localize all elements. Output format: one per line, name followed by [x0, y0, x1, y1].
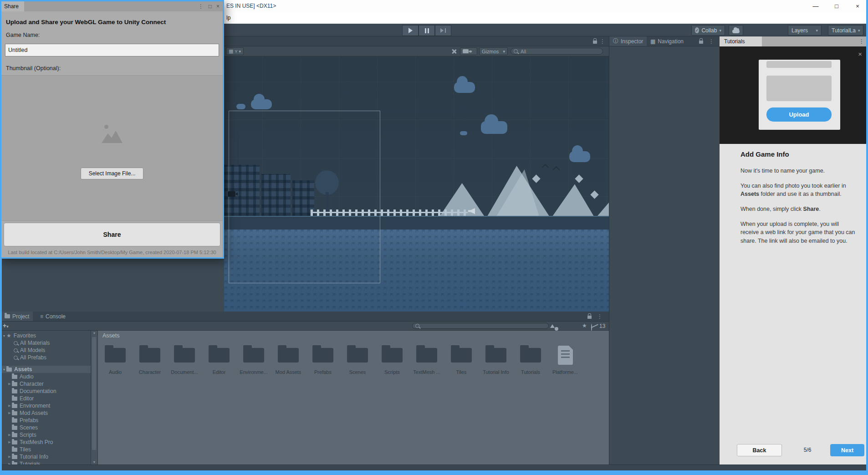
asset-label: Environme... [240, 369, 268, 375]
tab-tutorials[interactable]: Tutorials [720, 36, 762, 46]
asset-item[interactable]: Document... [167, 342, 202, 375]
menu-item-help-partial[interactable]: lp [226, 15, 230, 21]
expand-arrow-icon[interactable]: ▶ [7, 382, 12, 386]
window-maximize-button[interactable]: □ [826, 0, 847, 12]
tree-item[interactable]: ▶ Documentation [0, 388, 91, 395]
scroll-down-icon[interactable]: ▼ [91, 460, 97, 464]
cloud-sprite [569, 151, 590, 162]
window-close-button[interactable]: × [847, 0, 868, 12]
favorites-item[interactable]: All Materials [0, 339, 91, 347]
asset-item[interactable]: Tutorials [513, 342, 548, 375]
share-dialog-tab[interactable]: Share [1, 1, 24, 11]
component-tools-button[interactable] [449, 47, 459, 55]
lock-icon[interactable] [699, 41, 703, 44]
tab-inspector[interactable]: ⓘ Inspector [609, 36, 647, 46]
hidden-count-eye-icon[interactable] [591, 324, 592, 331]
assets-root-row[interactable]: ▼ Assets [0, 366, 91, 373]
layout-dropdown[interactable]: TutorialLa ▾ [828, 25, 863, 36]
tree-item[interactable]: ▶ Scripts [0, 431, 91, 439]
asset-item[interactable]: Editor [202, 342, 236, 375]
scroll-up-icon[interactable]: ▼ [91, 332, 97, 335]
asset-item[interactable]: Audio [98, 342, 133, 375]
select-image-button[interactable]: Select Image File... [81, 168, 143, 179]
tab-console[interactable]: ≡ Console [36, 312, 69, 321]
favorites-header[interactable]: ▼ ★ Favorites [0, 332, 91, 339]
expand-arrow-icon[interactable]: ▼ [2, 334, 6, 337]
asset-item[interactable]: Tiles [444, 342, 479, 375]
folder-icon [12, 455, 17, 459]
tree-item[interactable]: ▶ Prefabs [0, 417, 91, 424]
asset-item[interactable]: Prefabs [306, 342, 340, 375]
pause-button[interactable] [419, 25, 435, 36]
expand-arrow-icon[interactable]: ▼ [2, 368, 6, 371]
asset-item[interactable]: Environme... [236, 342, 271, 375]
expand-arrow-icon[interactable]: ▶ [7, 440, 12, 444]
close-icon[interactable]: × [858, 50, 862, 58]
kebab-menu-icon[interactable]: ⋮ [198, 3, 204, 10]
expand-arrow-icon[interactable]: ▶ [7, 433, 12, 437]
gizmos-dropdown[interactable]: Gizmos ▾ [479, 47, 508, 55]
scene-camera-dropdown[interactable]: ▾ [460, 47, 477, 55]
lock-icon[interactable] [587, 316, 592, 319]
game-name-input[interactable] [5, 44, 219, 56]
cloud-button[interactable] [729, 25, 743, 36]
tree-item[interactable]: ▶ Tutorials [0, 460, 91, 465]
tab-navigation[interactable]: ▦ Navigation [647, 36, 687, 46]
grid-visibility-dropdown[interactable]: ▦ Y ▾ [226, 47, 244, 55]
kebab-menu-icon[interactable]: ⋮ [600, 38, 605, 45]
tree-item[interactable]: ▶ Editor [0, 395, 91, 402]
asset-item[interactable]: Character [133, 342, 167, 375]
expand-arrow-icon[interactable]: ▶ [7, 404, 12, 408]
favorites-star-icon[interactable]: ★ [582, 322, 587, 329]
share-button[interactable]: Share [4, 223, 220, 246]
tree-item[interactable]: ▶ Mod Assets [0, 409, 91, 417]
maximize-icon[interactable]: □ [209, 3, 212, 10]
folder-icon [451, 348, 472, 363]
project-search-field[interactable] [412, 323, 549, 329]
favorites-list: All Materials All Models All Prefabs [0, 339, 91, 361]
favorites-item[interactable]: All Models [0, 347, 91, 354]
scene-search-field[interactable] [511, 48, 603, 55]
lock-icon[interactable] [593, 41, 597, 44]
add-asset-button[interactable]: +▾ [3, 322, 9, 329]
tree-item[interactable]: ▶ Tiles [0, 446, 91, 453]
tree-item[interactable]: ▶ Audio [0, 373, 91, 380]
asset-item[interactable]: Tutorial Info [479, 342, 513, 375]
next-button[interactable]: Next [830, 444, 864, 456]
tree-scrollbar[interactable]: ▼ ▼ [91, 331, 97, 465]
tree-item[interactable]: ▶ Environment [0, 402, 91, 409]
tree-item[interactable]: ▶ Scenes [0, 424, 91, 431]
asset-item[interactable]: Scenes [340, 342, 375, 375]
tab-project[interactable]: Project [1, 312, 33, 321]
favorites-item[interactable]: All Prefabs [0, 354, 91, 361]
asset-item[interactable]: Platforme... [548, 342, 582, 375]
kebab-menu-icon[interactable]: ⋮ [597, 313, 602, 320]
expand-arrow-icon[interactable]: ▶ [7, 411, 12, 415]
collab-dropdown[interactable]: ✓ Collab ▾ [691, 25, 725, 36]
scene-viewport[interactable] [224, 56, 609, 312]
folder-icon [312, 348, 333, 363]
folder-icon [382, 348, 403, 363]
scrollbar-thumb[interactable] [92, 337, 96, 450]
step-button[interactable] [435, 25, 451, 36]
project-search-input[interactable] [421, 323, 546, 329]
tree-item[interactable]: ▶ TextMesh Pro [0, 439, 91, 446]
back-button[interactable]: Back [737, 444, 782, 456]
layers-dropdown[interactable]: Layers ▾ [788, 25, 822, 36]
play-button[interactable] [402, 25, 419, 36]
window-minimize-button[interactable]: — [805, 0, 826, 12]
close-icon[interactable]: × [216, 3, 220, 10]
tutorial-illustration-card: Upload [759, 60, 840, 130]
kebab-menu-icon[interactable]: ⋮ [859, 38, 864, 45]
folder-icon [278, 348, 299, 363]
scene-search-input[interactable] [520, 48, 600, 55]
tree-item[interactable]: ▶ Tutorial Info [0, 453, 91, 460]
asset-item[interactable]: Scripts [375, 342, 409, 375]
asset-item[interactable]: TextMesh ... [409, 342, 444, 375]
share-dialog-titlebar[interactable]: Share ⋮ □ × [1, 1, 223, 11]
tree-item[interactable]: ▶ Character [0, 380, 91, 388]
star-icon: ★ [6, 332, 11, 339]
expand-arrow-icon[interactable]: ▶ [7, 455, 12, 459]
asset-item[interactable]: Mod Assets [271, 342, 306, 375]
kebab-menu-icon[interactable]: ⋮ [709, 38, 714, 45]
